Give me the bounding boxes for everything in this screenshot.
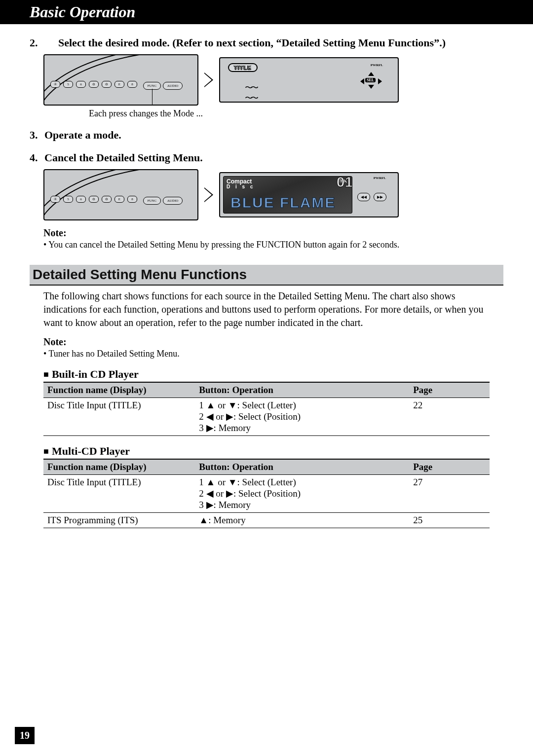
prev-icon: ◂◂ — [357, 193, 370, 201]
col-operation: Button: Operation — [195, 460, 409, 475]
step-4: 4.Cancel the Detailed Setting Menu. — [30, 151, 503, 164]
col-page: Page — [409, 383, 490, 398]
trk-number: 01 — [337, 176, 352, 190]
preset-button: E — [114, 196, 124, 203]
preset-button: 8 — [127, 196, 137, 203]
display-illustration-title: TITLE 〜〜〜〜 PWRFL SEL — [219, 57, 399, 103]
multicd-table: Function name (Display) Button: Operatio… — [43, 460, 490, 528]
preset-button: 5 — [63, 81, 73, 88]
wave-icon: 〜〜〜〜 — [245, 83, 257, 103]
audio-button: AUDIO — [163, 197, 183, 205]
sel-control-icon: PWRFL SEL — [348, 61, 393, 98]
illustration-caption: Each press changes the Mode ... — [89, 108, 503, 119]
cell-func: ITS Programming (ITS) — [43, 513, 195, 528]
builtin-cd-heading: Built-in CD Player — [43, 368, 490, 383]
cell-op: ▲: Memory — [195, 513, 409, 528]
illustration-row-2: ④ 5 6 ⊖ ⊖ E 8 FUNC AUDIO Compact D i s c… — [43, 169, 503, 220]
cell-page: 27 — [409, 475, 490, 513]
preset-button: 8 — [127, 81, 137, 88]
detailed-setting-heading: Detailed Setting Menu Functions — [30, 265, 503, 286]
col-operation: Button: Operation — [195, 383, 409, 398]
note-item-2: Tuner has no Detailed Setting Menu. — [43, 349, 503, 359]
step-3-number: 3. — [30, 129, 44, 142]
preset-button: ⊖ — [102, 196, 112, 203]
arrow-right-icon — [204, 72, 213, 87]
step-3-text: Operate a mode. — [44, 129, 121, 141]
preset-button: 6 — [76, 81, 86, 88]
cell-op: 1 ▲ or ▼: Select (Letter) 2 ◀ or ▶: Sele… — [195, 475, 409, 513]
step-2-number: 2. — [30, 36, 44, 49]
pwrfl-label: PWRFL — [374, 176, 386, 180]
cell-page: 22 — [409, 398, 490, 436]
step-2: 2.Select the desired mode. (Refer to nex… — [30, 36, 503, 49]
preset-button: 6 — [76, 196, 86, 203]
panel-illustration-left: ④ 5 6 ⊖ ⊖ E 8 FUNC AUDIO — [43, 54, 198, 106]
cell-func: Disc Title Input (TITLE) — [43, 475, 195, 513]
col-page: Page — [409, 460, 490, 475]
preset-button: ⊖ — [102, 81, 112, 88]
section-header: Basic Operation — [0, 0, 533, 24]
arrow-right-icon — [204, 187, 213, 202]
preset-button: E — [114, 81, 124, 88]
title-indicator: TITLE — [228, 63, 258, 72]
table-row: Disc Title Input (TITLE) 1 ▲ or ▼: Selec… — [43, 475, 490, 513]
cell-page: 25 — [409, 513, 490, 528]
table-row: ITS Programming (ITS) ▲: Memory 25 — [43, 513, 490, 528]
builtin-cd-table: Function name (Display) Button: Operatio… — [43, 383, 490, 436]
preset-button: ⊖ — [89, 81, 99, 88]
step-4-number: 4. — [30, 151, 44, 164]
disc-title-text: BLUE FLAME — [230, 194, 336, 211]
next-icon: ▸▸ — [374, 193, 386, 201]
disc-label: D i s c — [227, 184, 255, 189]
step-2-text: Select the desired mode. (Refer to next … — [58, 36, 446, 49]
func-button: FUNC — [143, 197, 161, 205]
note-item-1: You can cancel the Detailed Setting Menu… — [43, 240, 503, 250]
pwrfl-label: PWRFL — [371, 63, 383, 67]
cell-op: 1 ▲ or ▼: Select (Letter) 2 ◀ or ▶: Sele… — [195, 398, 409, 436]
panel-illustration-left-2: ④ 5 6 ⊖ ⊖ E 8 FUNC AUDIO — [43, 169, 198, 220]
col-function: Function name (Display) — [43, 460, 195, 475]
col-function: Function name (Display) — [43, 383, 195, 398]
display-illustration-blueflame: Compact D i s c TRK 01 BLUE FLAME PWRFL … — [219, 172, 399, 217]
skip-buttons-icon: ◂◂ ▸▸ — [350, 193, 393, 201]
note-label-1: Note: — [43, 227, 503, 239]
page-number: 19 — [15, 727, 35, 744]
preset-button: ④ — [50, 81, 60, 88]
preset-button: 5 — [63, 196, 73, 203]
audio-button: AUDIO — [163, 82, 183, 90]
sel-label: SEL — [365, 78, 376, 82]
lcd-display: Compact D i s c TRK 01 BLUE FLAME — [223, 176, 352, 214]
cell-func: Disc Title Input (TITLE) — [43, 398, 195, 436]
detailed-setting-body: The following chart shows functions for … — [43, 289, 490, 329]
illustration-row-1: ④ 5 6 ⊖ ⊖ E 8 FUNC AUDIO TITLE 〜〜〜〜 PWRF… — [43, 54, 503, 106]
preset-button: ⊖ — [89, 196, 99, 203]
note-label-2: Note: — [43, 336, 503, 348]
preset-button: ④ — [50, 196, 60, 203]
multicd-heading: Multi-CD Player — [43, 445, 490, 460]
table-row: Disc Title Input (TITLE) 1 ▲ or ▼: Selec… — [43, 398, 490, 436]
step-4-text: Cancel the Detailed Setting Menu. — [44, 151, 203, 164]
step-3: 3.Operate a mode. — [30, 129, 503, 142]
